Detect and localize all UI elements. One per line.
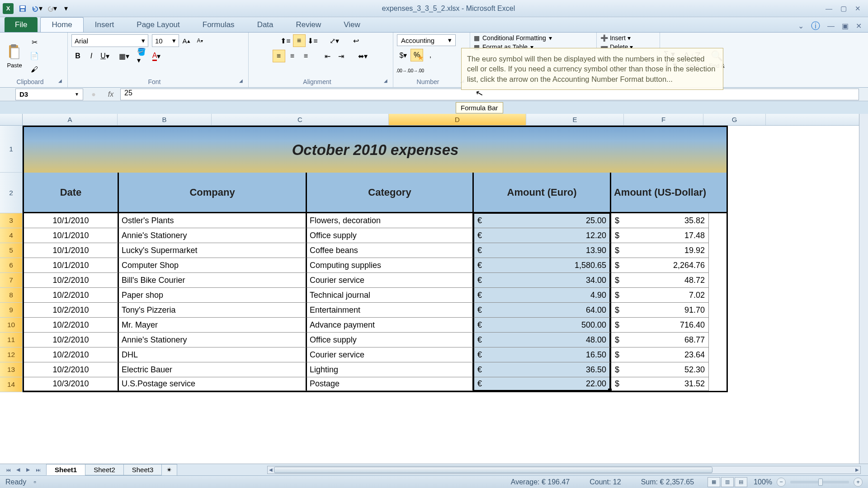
close-icon[interactable]: ✕ bbox=[855, 5, 861, 13]
percent-format-icon[interactable]: %★ bbox=[410, 49, 423, 61]
tab-data[interactable]: Data bbox=[246, 17, 285, 32]
window-close-icon[interactable]: ✕ bbox=[856, 22, 862, 30]
fx-icon[interactable]: fx bbox=[105, 89, 117, 99]
cell-amount-euro[interactable]: €500.00 bbox=[474, 318, 611, 333]
page-layout-view-icon[interactable]: ▥ bbox=[721, 477, 734, 487]
cell-company[interactable]: Annie's Stationery bbox=[119, 333, 307, 347]
table-row[interactable]: 10/2/2010Annie's StationeryOffice supply… bbox=[23, 333, 728, 347]
cell-company[interactable]: Mr. Mayer bbox=[119, 318, 307, 333]
column-header-a[interactable]: A bbox=[23, 114, 118, 125]
cell-company[interactable]: U.S.Postage service bbox=[119, 377, 307, 391]
cell-amount-usd[interactable]: $17.48 bbox=[611, 228, 709, 243]
excel-icon[interactable]: X bbox=[3, 3, 14, 14]
row-header[interactable]: 6 bbox=[0, 258, 23, 273]
table-row[interactable]: 10/2/2010Tony's PizzeriaEntertainment€64… bbox=[23, 303, 728, 318]
table-row[interactable]: 10/1/2010Computer ShopComputing supplies… bbox=[23, 258, 728, 273]
cell-amount-euro[interactable]: €34.00 bbox=[474, 273, 611, 288]
accounting-format-icon[interactable]: $▾ bbox=[397, 49, 410, 61]
column-header-e[interactable]: E bbox=[526, 114, 624, 125]
cell-category[interactable]: Coffee beans bbox=[307, 243, 474, 258]
conditional-formatting-button[interactable]: ▦ Conditional Formatting ▾ bbox=[474, 34, 552, 42]
cut-icon[interactable]: ✂ bbox=[28, 36, 41, 49]
cell-company[interactable]: Paper shop bbox=[119, 288, 307, 303]
orientation-icon[interactable]: ⤢▾ bbox=[328, 34, 341, 47]
align-top-icon[interactable]: ⬆≡ bbox=[279, 34, 292, 47]
column-header-g[interactable]: G bbox=[703, 114, 766, 125]
cell-amount-euro[interactable]: €48.00 bbox=[474, 333, 611, 347]
tab-insert[interactable]: Insert bbox=[84, 17, 126, 32]
cell-category[interactable]: Flowers, decoration bbox=[307, 213, 474, 228]
table-row[interactable]: 10/2/2010DHLCourier service€16.50$23.64 bbox=[23, 347, 728, 362]
vertical-scrollbar[interactable] bbox=[859, 114, 868, 464]
cell-category[interactable]: Entertainment bbox=[307, 303, 474, 318]
page-break-view-icon[interactable]: ▤ bbox=[735, 477, 747, 487]
font-launcher[interactable]: ◢ bbox=[237, 78, 245, 83]
sheet-title-cell[interactable]: October 2010 expenses bbox=[23, 126, 728, 173]
decrease-font-icon[interactable]: A▾ bbox=[193, 34, 206, 47]
tab-formulas[interactable]: Formulas bbox=[191, 17, 246, 32]
sheet-nav-prev-icon[interactable]: ◀ bbox=[14, 465, 23, 474]
row-header[interactable]: 11 bbox=[0, 333, 23, 347]
decrease-indent-icon[interactable]: ⇤ bbox=[321, 50, 334, 62]
table-row[interactable]: 10/1/2010Ostler's PlantsFlowers, decorat… bbox=[23, 213, 728, 228]
cell-amount-euro[interactable]: €25.00 bbox=[474, 213, 611, 228]
window-restore-icon[interactable]: ▣ bbox=[842, 22, 849, 30]
cell-date[interactable]: 10/2/2010 bbox=[24, 362, 119, 377]
cell-category[interactable]: Advance payment bbox=[307, 318, 474, 333]
cell-category[interactable]: Office supply bbox=[307, 228, 474, 243]
row-header[interactable]: 1 bbox=[0, 126, 23, 173]
table-row[interactable]: 10/2/2010Paper shopTechnical journal€4.9… bbox=[23, 288, 728, 303]
decrease-decimal-icon[interactable]: .0→.00 bbox=[410, 64, 423, 77]
column-header-d[interactable]: D bbox=[389, 114, 526, 125]
column-header-f[interactable]: F bbox=[624, 114, 703, 125]
align-center-icon[interactable]: ≡ bbox=[286, 50, 299, 62]
row-header[interactable]: 3 bbox=[0, 213, 23, 228]
cell-date[interactable]: 10/1/2010 bbox=[24, 243, 119, 258]
sheet-nav-first-icon[interactable]: ⏮ bbox=[4, 465, 13, 474]
row-header[interactable]: 2 bbox=[0, 173, 23, 213]
sheet-nav-last-icon[interactable]: ⏭ bbox=[33, 465, 42, 474]
cell-amount-usd[interactable]: $7.02 bbox=[611, 288, 709, 303]
cell-amount-usd[interactable]: $52.30 bbox=[611, 362, 709, 377]
tab-view[interactable]: View bbox=[332, 17, 372, 32]
column-header-c[interactable]: C bbox=[212, 114, 389, 125]
tab-pagelayout[interactable]: Page Layout bbox=[125, 17, 191, 32]
cell-amount-usd[interactable]: $23.64 bbox=[611, 347, 709, 362]
row-header[interactable]: 4 bbox=[0, 228, 23, 243]
tab-review[interactable]: Review bbox=[285, 17, 333, 32]
name-box[interactable]: D3▼ bbox=[15, 89, 83, 100]
font-color-button[interactable]: A▾ bbox=[150, 50, 163, 62]
cell-date[interactable]: 10/2/2010 bbox=[24, 333, 119, 347]
table-row[interactable]: 10/2/2010Electric BauerLighting€36.50$52… bbox=[23, 362, 728, 377]
tab-file[interactable]: File bbox=[5, 17, 38, 32]
tab-home[interactable]: Home bbox=[40, 17, 83, 32]
font-size-select[interactable]: 10▾ bbox=[152, 34, 179, 47]
bold-button[interactable]: B bbox=[71, 50, 84, 62]
align-middle-icon[interactable]: ≡ bbox=[293, 34, 306, 47]
table-row[interactable]: 10/1/2010Annie's StationeryOffice supply… bbox=[23, 228, 728, 243]
cell-category[interactable]: Computing supplies bbox=[307, 258, 474, 273]
minimize-ribbon-icon[interactable]: ⌄ bbox=[798, 22, 804, 30]
cell-date[interactable]: 10/1/2010 bbox=[24, 213, 119, 228]
cell-company[interactable]: Annie's Stationery bbox=[119, 228, 307, 243]
clipboard-launcher[interactable]: ◢ bbox=[57, 78, 64, 83]
cell-amount-usd[interactable]: $31.52 bbox=[611, 377, 709, 391]
cell-category[interactable]: Lighting bbox=[307, 362, 474, 377]
select-all-corner[interactable] bbox=[0, 114, 23, 125]
cell-amount-usd[interactable]: $48.72 bbox=[611, 273, 709, 288]
table-row[interactable]: 10/2/2010Mr. MayerAdvance payment€500.00… bbox=[23, 318, 728, 333]
row-header[interactable]: 5 bbox=[0, 243, 23, 258]
format-painter-icon[interactable]: 🖌 bbox=[28, 63, 41, 76]
increase-decimal-icon[interactable]: .00→.0 bbox=[397, 64, 410, 77]
cell-amount-euro[interactable]: €4.90 bbox=[474, 288, 611, 303]
wrap-text-icon[interactable]: ↩ bbox=[350, 34, 363, 47]
increase-indent-icon[interactable]: ⇥ bbox=[335, 50, 348, 62]
underline-button[interactable]: U▾ bbox=[99, 50, 111, 62]
row-header[interactable]: 13 bbox=[0, 362, 23, 377]
cell-date[interactable]: 10/1/2010 bbox=[24, 258, 119, 273]
copy-icon[interactable]: 📄 bbox=[28, 50, 41, 62]
alignment-launcher[interactable]: ◢ bbox=[382, 78, 389, 83]
zoom-slider[interactable] bbox=[790, 481, 849, 483]
row-header[interactable]: 8 bbox=[0, 288, 23, 303]
sheet-tab-3[interactable]: Sheet3 bbox=[123, 464, 162, 475]
